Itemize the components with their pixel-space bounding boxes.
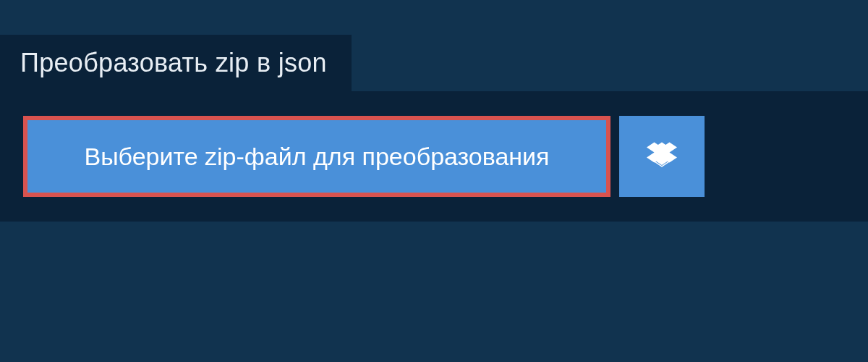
- choose-file-button[interactable]: Выберите zip-файл для преобразования: [23, 116, 610, 197]
- dropbox-button[interactable]: [619, 116, 705, 197]
- tab-convert-zip-json[interactable]: Преобразовать zip в json: [0, 35, 352, 91]
- choose-file-label: Выберите zip-файл для преобразования: [85, 143, 550, 171]
- tab-title: Преобразовать zip в json: [20, 48, 327, 77]
- upload-panel: Выберите zip-файл для преобразования: [0, 91, 868, 222]
- tab-bar: Преобразовать zip в json: [0, 35, 868, 91]
- dropbox-icon: [647, 140, 677, 173]
